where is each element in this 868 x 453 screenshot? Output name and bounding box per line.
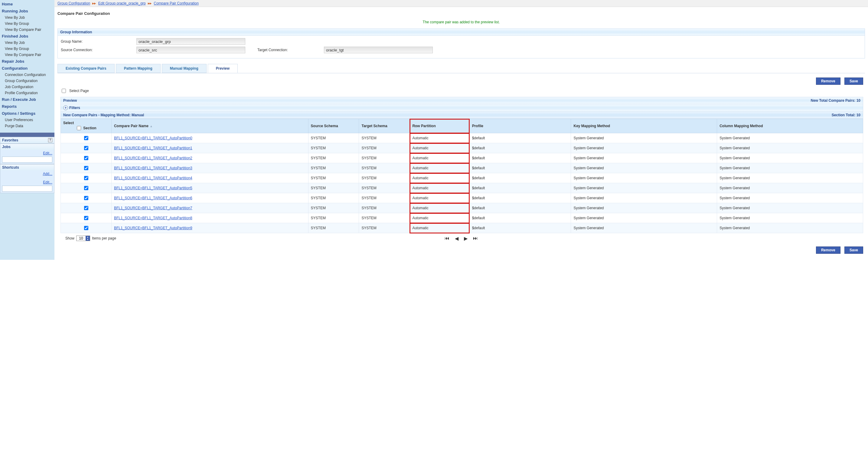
tab-pattern-mapping[interactable]: Pattern Mapping: [116, 64, 161, 73]
cell-column-mapping: System Generated: [717, 203, 863, 213]
save-button[interactable]: Save: [844, 78, 863, 85]
nav-finished-by-job[interactable]: View By Job: [0, 40, 55, 46]
row-checkbox[interactable]: [84, 176, 88, 180]
col-source-schema[interactable]: Source Schema: [308, 119, 359, 133]
nav-configuration[interactable]: Configuration: [0, 65, 55, 72]
nav-options-settings[interactable]: Options / Settings: [0, 110, 55, 117]
cell-profile: $default: [469, 183, 571, 193]
cell-key-mapping: System Generated: [571, 183, 717, 193]
tab-manual-mapping[interactable]: Manual Mapping: [162, 64, 207, 73]
col-key-mapping[interactable]: Key Mapping Method: [571, 119, 717, 133]
target-connection-label: Target Connection:: [245, 48, 324, 52]
stepper-up-icon[interactable]: ▲: [86, 236, 90, 238]
compare-pair-link[interactable]: BFL1_SOURCE=BFL1_TARGET_AutoPartition5: [114, 186, 192, 190]
section-checkbox[interactable]: [77, 126, 81, 130]
cell-profile: $default: [469, 213, 571, 223]
nav-reports[interactable]: Reports: [0, 103, 55, 110]
row-checkbox[interactable]: [84, 196, 88, 200]
cell-row-partition: Automatic: [410, 213, 469, 223]
table-row: BFL1_SOURCE=BFL1_TARGET_AutoPartition4SY…: [61, 173, 863, 183]
nav-running-by-compare-pair[interactable]: View By Compare Pair: [0, 27, 55, 33]
cell-key-mapping: System Generated: [571, 133, 717, 143]
pager-prev-icon[interactable]: ◀: [455, 235, 459, 241]
table-row: BFL1_SOURCE=BFL1_TARGET_AutoPartition3SY…: [61, 163, 863, 173]
nav-running-by-group[interactable]: View By Group: [0, 21, 55, 27]
compare-pair-link[interactable]: BFL1_SOURCE=BFL1_TARGET_AutoPartition4: [114, 176, 192, 180]
row-checkbox[interactable]: [84, 226, 88, 230]
cell-source-schema: SYSTEM: [308, 213, 359, 223]
nav-user-preferences[interactable]: User Preferences: [0, 117, 55, 123]
breadcrumb-edit-group[interactable]: Edit Group oracle_oracle_grp: [98, 1, 146, 5]
source-connection-field: [136, 47, 245, 53]
compare-pair-link[interactable]: BFL1_SOURCE=BFL1_TARGET_AutoPartition8: [114, 216, 192, 220]
nav-finished-by-group[interactable]: View By Group: [0, 46, 55, 52]
nav-profile-config[interactable]: Profile Configuration: [0, 90, 55, 96]
tab-existing-compare-pairs[interactable]: Existing Compare Pairs: [58, 64, 115, 73]
col-profile[interactable]: Profile: [469, 119, 571, 133]
row-checkbox[interactable]: [84, 156, 88, 160]
table-row: BFL1_SOURCE=BFL1_TARGET_AutoPartition2SY…: [61, 153, 863, 163]
compare-pair-link[interactable]: BFL1_SOURCE=BFL1_TARGET_AutoPartition9: [114, 226, 192, 230]
cell-source-schema: SYSTEM: [308, 183, 359, 193]
breadcrumb-group-config[interactable]: Group Configuration: [58, 1, 90, 5]
shortcuts-add-link[interactable]: Add...: [2, 172, 52, 176]
col-row-partition[interactable]: Row Partition: [410, 119, 469, 133]
row-checkbox[interactable]: [84, 206, 88, 210]
shortcuts-edit-link[interactable]: Edit...: [2, 180, 52, 185]
nav-finished-by-compare-pair[interactable]: View By Compare Pair: [0, 52, 55, 58]
nav-run-execute-job[interactable]: Run / Execute Job: [0, 96, 55, 103]
jobs-input[interactable]: [2, 157, 52, 163]
compare-pair-link[interactable]: BFL1_SOURCE=BFL1_TARGET_AutoPartition3: [114, 166, 192, 170]
row-checkbox[interactable]: [84, 166, 88, 170]
stepper-down-icon[interactable]: ▼: [86, 238, 90, 241]
col-select: Select Section: [61, 119, 112, 133]
row-checkbox[interactable]: [84, 186, 88, 190]
row-checkbox[interactable]: [84, 146, 88, 150]
shortcuts-input[interactable]: [2, 186, 52, 192]
pager-last-icon[interactable]: ⏭: [473, 235, 478, 241]
col-target-schema[interactable]: Target Schema: [359, 119, 410, 133]
jobs-edit-link[interactable]: Edit...: [2, 151, 52, 155]
compare-pair-link[interactable]: BFL1_SOURCE=BFL1_TARGET_AutoPartition6: [114, 196, 192, 200]
help-icon[interactable]: ?: [48, 138, 52, 142]
col-column-mapping[interactable]: Column Mapping Method: [717, 119, 863, 133]
sidebar-separator: [0, 133, 55, 137]
nav-finished-jobs[interactable]: Finished Jobs: [0, 33, 55, 40]
save-button-bottom[interactable]: Save: [844, 247, 863, 254]
nav-running-jobs[interactable]: Running Jobs: [0, 7, 55, 15]
page-title: Compare Pair Configuration: [55, 7, 868, 18]
main-content: Group Configuration ▸▸ Edit Group oracle…: [55, 0, 868, 260]
compare-pair-link[interactable]: BFL1_SOURCE=BFL1_TARGET_AutoPartition0: [114, 136, 192, 140]
nav-home[interactable]: Home: [0, 1, 55, 7]
row-checkbox[interactable]: [84, 216, 88, 220]
cell-column-mapping: System Generated: [717, 223, 863, 233]
expand-icon[interactable]: +: [63, 105, 68, 110]
nav-purge-data[interactable]: Purge Data: [0, 123, 55, 129]
remove-button[interactable]: Remove: [816, 78, 840, 85]
compare-pair-link[interactable]: BFL1_SOURCE=BFL1_TARGET_AutoPartition7: [114, 206, 192, 210]
pager-next-icon[interactable]: ▶: [464, 235, 468, 241]
nav-group-config[interactable]: Group Configuration: [0, 78, 55, 84]
nav-connection-config[interactable]: Connection Configuration: [0, 72, 55, 78]
filters-label[interactable]: Filters: [69, 106, 80, 110]
compare-pair-link[interactable]: BFL1_SOURCE=BFL1_TARGET_AutoPartition2: [114, 156, 192, 160]
cell-column-mapping: System Generated: [717, 153, 863, 163]
tab-preview[interactable]: Preview: [208, 64, 238, 73]
breadcrumb-sep-icon: ▸▸: [91, 1, 97, 5]
col-compare-pair-name[interactable]: Compare Pair Name▲: [111, 119, 308, 133]
jobs-heading: Jobs: [2, 145, 10, 149]
items-per-page-stepper[interactable]: ▲▼: [76, 235, 90, 241]
cell-row-partition: Automatic: [410, 163, 469, 173]
pager-first-icon[interactable]: ⏮: [444, 235, 450, 241]
table-row: BFL1_SOURCE=BFL1_TARGET_AutoPartition6SY…: [61, 193, 863, 203]
select-page-checkbox[interactable]: [62, 89, 66, 93]
compare-pair-link[interactable]: BFL1_SOURCE=BFL1_TARGET_AutoPartition1: [114, 146, 192, 150]
remove-button-bottom[interactable]: Remove: [816, 247, 840, 254]
nav-repair-jobs[interactable]: Repair Jobs: [0, 58, 55, 65]
nav-job-config[interactable]: Job Configuration: [0, 84, 55, 90]
items-per-page-input[interactable]: [76, 236, 86, 241]
breadcrumb-compare-pair[interactable]: Compare Pair Configuration: [154, 1, 199, 5]
row-checkbox[interactable]: [84, 136, 88, 140]
nav-running-by-job[interactable]: View By Job: [0, 15, 55, 21]
cell-key-mapping: System Generated: [571, 153, 717, 163]
